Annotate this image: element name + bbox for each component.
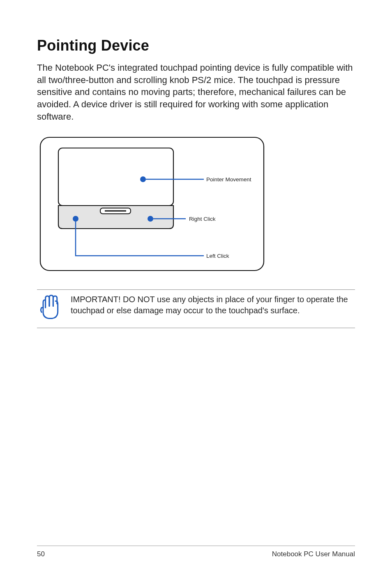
svg-point-4	[140, 176, 146, 182]
section-title: Pointing Device	[37, 37, 355, 54]
svg-point-5	[148, 216, 153, 222]
intro-paragraph: The Notebook PC's integrated touchpad po…	[37, 62, 355, 123]
svg-rect-0	[40, 137, 264, 271]
document-title: Notebook PC User Manual	[272, 550, 355, 558]
important-note: IMPORTANT! DO NOT use any objects in pla…	[37, 289, 355, 328]
svg-rect-1	[58, 148, 173, 206]
page-footer: 50 Notebook PC User Manual	[37, 546, 355, 558]
page-number: 50	[37, 550, 45, 558]
label-pointer-movement: Pointer Movement	[206, 176, 251, 183]
svg-point-6	[73, 216, 78, 222]
touchpad-figure: Pointer Movement Right Click Left Click	[37, 134, 267, 274]
touchpad-diagram: Pointer Movement Right Click Left Click	[37, 134, 267, 274]
label-right-click: Right Click	[189, 216, 216, 222]
page: Pointing Device The Notebook PC's integr…	[0, 0, 392, 583]
important-note-text: IMPORTANT! DO NOT use any objects in pla…	[71, 294, 355, 316]
hand-icon	[37, 294, 62, 323]
label-left-click: Left Click	[206, 253, 229, 259]
